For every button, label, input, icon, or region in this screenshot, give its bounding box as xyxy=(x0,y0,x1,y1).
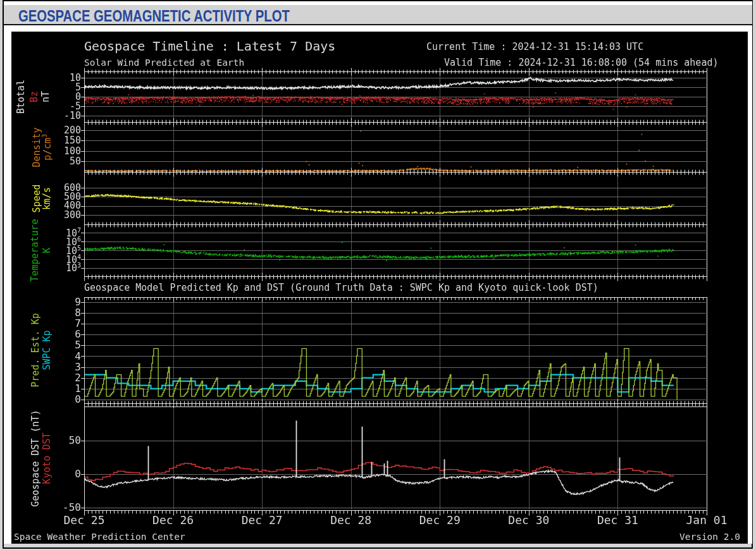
y-tick-label: 3 xyxy=(37,361,81,373)
superscript: 4 xyxy=(77,254,81,260)
superscript: 6 xyxy=(77,236,81,243)
plot-image: Geospace Timeline : Latest 7 DaysSolar W… xyxy=(11,32,748,544)
x-tick-label: Dec 27 xyxy=(242,513,283,527)
x-tick-label: Dec 25 xyxy=(63,513,104,527)
x-tick-label: Dec 29 xyxy=(419,513,461,527)
plot-subtitle: Solar Wind Predicted at Earth xyxy=(84,58,244,68)
y-tick-label: 9 xyxy=(37,296,81,308)
y-tick-label: 150 xyxy=(37,135,81,146)
page-title: GEOSPACE GEOMAGNETIC ACTIVITY PLOT xyxy=(18,6,290,26)
superscript: 3 xyxy=(77,262,81,269)
y-tick-label: 200 xyxy=(37,125,81,136)
y-tick-label: -10 xyxy=(37,110,81,121)
plot-title: Geospace Timeline : Latest 7 Days xyxy=(84,39,335,54)
superscript: 7 xyxy=(77,227,81,234)
y-tick-label: 8 xyxy=(37,307,81,319)
x-tick-label: Dec 28 xyxy=(330,513,371,527)
y-tick-label: 300 xyxy=(37,209,81,221)
y-tick-label: 6 xyxy=(37,328,81,340)
mid-title: Geospace Model Predicted Kp and DST (Gro… xyxy=(84,282,598,293)
y-tick-label: 103 xyxy=(37,262,81,274)
y-tick-label: -50 xyxy=(37,501,81,513)
y-tick-label: 50 xyxy=(37,156,81,167)
x-tick-label: Dec 30 xyxy=(508,513,549,527)
footer-left: Space Weather Prediction Center xyxy=(14,532,185,542)
x-tick-label: Jan 01 xyxy=(686,513,727,527)
y-tick-label: 0 xyxy=(37,468,81,480)
y-tick-label: 1 xyxy=(37,382,81,394)
y-tick-label: 7 xyxy=(37,317,81,329)
current-time: Current Time : 2024-12-31 15:14:03 UTC xyxy=(426,41,643,52)
y-tick-label: 2 xyxy=(37,372,81,384)
x-tick-label: Dec 26 xyxy=(152,513,194,527)
y-tick-label: 0 xyxy=(37,393,81,405)
footer-right: Version 2.0 xyxy=(619,532,740,542)
superscript: 5 xyxy=(77,245,81,252)
page-header: GEOSPACE GEOMAGNETIC ACTIVITY PLOT xyxy=(4,5,752,25)
y-tick-label: 4 xyxy=(37,350,81,362)
page: { "window": {"title": "GEOSPACE GEOMAGNE… xyxy=(0,0,756,550)
y-axis-label-dst-0: Geospace DST (nT) xyxy=(30,410,41,507)
x-tick-label: Dec 31 xyxy=(597,513,638,527)
valid-time: Valid Time : 2024-12-31 16:08:00 (54 min… xyxy=(444,57,718,68)
y-tick-label: 5 xyxy=(37,339,81,351)
y-tick-label: 50 xyxy=(37,434,81,446)
y-axis-label-bfield-0: Btotal xyxy=(15,80,27,114)
y-tick-label: 100 xyxy=(37,145,81,157)
